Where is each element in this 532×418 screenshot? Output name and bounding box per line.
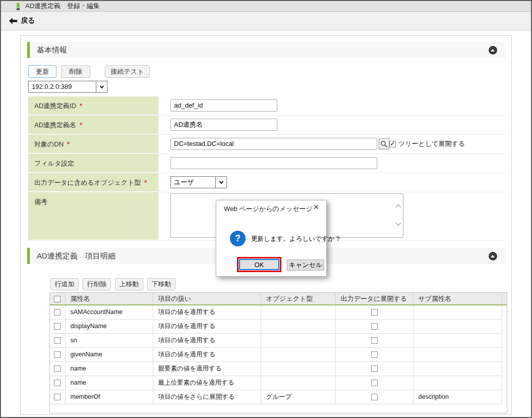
app-titlebar: AD連携定義 登録・編集 [1,1,531,12]
scroll-up-icon[interactable] [395,204,401,210]
detail-section-title: AD連携定義 項目明細 [37,248,115,264]
delete-row-button[interactable]: 行削除 [83,278,111,290]
expand-checkbox[interactable] [371,365,378,372]
cell-object-type [261,376,335,390]
form-row: 対象のDN* DC=testad,DC=localツリーとして展開する [28,135,506,154]
cell-sub-attribute [413,361,502,376]
update-button[interactable]: 更新 [28,65,56,78]
page-title: AD連携定義 登録・編集 [25,1,100,11]
basic-section-title: 基本情報 [37,42,67,58]
scroll-down-icon[interactable] [395,220,401,226]
chevron-down-icon [96,81,107,92]
question-icon: ? [230,231,246,246]
field-value [164,154,506,172]
back-button[interactable]: 戻る [9,15,35,26]
column-header-object-type: オブジェクト型 [261,293,335,305]
cell-sub-attribute [413,305,502,319]
basic-section-header: 基本情報 [27,42,505,58]
row-select-checkbox[interactable] [54,309,61,316]
field-input[interactable]: AD連携名 [170,119,277,131]
back-label: 戻る [21,16,35,25]
dialog-title: Web ページからのメッセージ [224,204,313,214]
field-value: ユーザ [164,173,506,191]
arrow-left-icon [9,18,17,24]
ok-button[interactable]: OK [239,259,279,270]
field-label: 備考 [28,192,158,240]
field-input[interactable]: ad_def_id [170,99,277,112]
cell-attribute: name [65,376,153,390]
row-select-checkbox[interactable] [54,394,61,400]
table-row: displayName 項目の値を適用する [50,319,507,333]
chevron-down-icon [215,177,226,188]
cell-object-type [261,347,335,361]
cell-handling: 項目の値をさらに展開する [153,390,261,404]
collapse-up-icon[interactable] [489,252,497,260]
table-row: givenName 項目の値を適用する [50,347,507,361]
form-row: AD連携定義ID* ad_def_id [28,96,506,116]
table-header-row: 属性名 項目の扱い オブジェクト型 出力データに展開する サブ属性名 [50,293,507,305]
table-row: name 親要素の値を適用する [50,361,507,376]
collapse-up-icon[interactable] [489,46,497,55]
close-icon[interactable]: × [312,202,321,213]
cancel-button[interactable]: キャンセル [287,259,324,271]
row-select-checkbox[interactable] [54,351,61,358]
row-select-checkbox[interactable] [54,365,61,372]
search-button[interactable] [379,138,389,149]
cell-object-type [261,319,335,333]
column-header-handling: 項目の扱い [153,293,261,305]
cell-attribute: displayName [65,319,153,333]
field-value: ad_def_id [164,96,506,115]
cell-handling: 項目の値を適用する [153,333,261,347]
cell-handling: 項目の値を適用する [153,347,261,361]
move-down-button[interactable]: 下移動 [147,278,175,290]
magnifier-icon [380,140,388,148]
expand-checkbox[interactable] [371,351,378,358]
field-input[interactable] [170,157,377,169]
row-select-checkbox[interactable] [54,380,61,386]
page-marker-icon [17,3,20,10]
detail-table-container: 属性名 項目の扱い オブジェクト型 出力データに展開する サブ属性名 sAMAc… [49,292,507,413]
expand-checkbox[interactable] [371,380,378,386]
screen: AD連携定義 登録・編集 戻る 基本情報 更新 削除 接続テスト 192.0.2… [0,0,532,418]
table-row: sn 項目の値を適用する [50,333,507,347]
form-row: フィルタ設定 [28,154,506,173]
dialog-message: 更新します。よろしいですか？ [251,235,341,243]
cell-handling: 最上位要素の値を適用する [153,376,261,390]
row-select-checkbox[interactable] [54,337,61,344]
select-all-checkbox[interactable] [54,296,61,302]
expand-checkbox[interactable] [371,394,378,400]
cell-sub-attribute [413,347,502,361]
cell-attribute: name [65,361,153,376]
expand-checkbox[interactable] [371,309,378,316]
row-select-checkbox[interactable] [54,323,61,330]
connection-test-button[interactable]: 接続テスト [105,65,150,78]
tree-expand-checkbox[interactable] [389,141,396,147]
field-label: 対象のDN* [28,135,158,153]
cell-handling: 項目の値を適用する [153,319,261,333]
cell-handling: 項目の値を適用する [153,305,261,319]
ok-annotation-box: OK [237,257,281,272]
detail-table: 属性名 項目の扱い オブジェクト型 出力データに展開する サブ属性名 sAMAc… [50,293,507,404]
field-label: AD連携定義ID* [28,96,158,115]
object-type-select[interactable]: ユーザ [170,176,227,188]
expand-checkbox[interactable] [371,323,378,330]
field-input[interactable]: DC=testad,DC=local [170,138,377,150]
move-up-button[interactable]: 上移動 [115,278,143,290]
cell-sub-attribute [413,319,502,333]
field-value: AD連携名 [164,116,506,134]
cell-object-type: グループ [261,390,335,404]
add-row-button[interactable]: 行追加 [50,278,79,290]
expand-checkbox[interactable] [371,337,378,344]
server-select[interactable]: 192.0.2.0:389 [28,81,107,93]
back-toolbar: 戻る [1,12,531,30]
cell-object-type [261,361,335,376]
delete-button[interactable]: 削除 [61,65,90,78]
cell-sub-attribute: description [413,390,502,404]
column-header-sub-attribute: サブ属性名 [413,293,502,305]
column-header-expand: 出力データに展開する [335,293,413,305]
form-row: 出力データに含めるオブジェクト型* ユーザ [28,173,506,192]
section-accent-bar [27,42,30,58]
field-label: フィルタ設定 [28,154,158,172]
section-accent-bar [27,248,30,264]
cell-attribute: givenName [65,347,153,361]
